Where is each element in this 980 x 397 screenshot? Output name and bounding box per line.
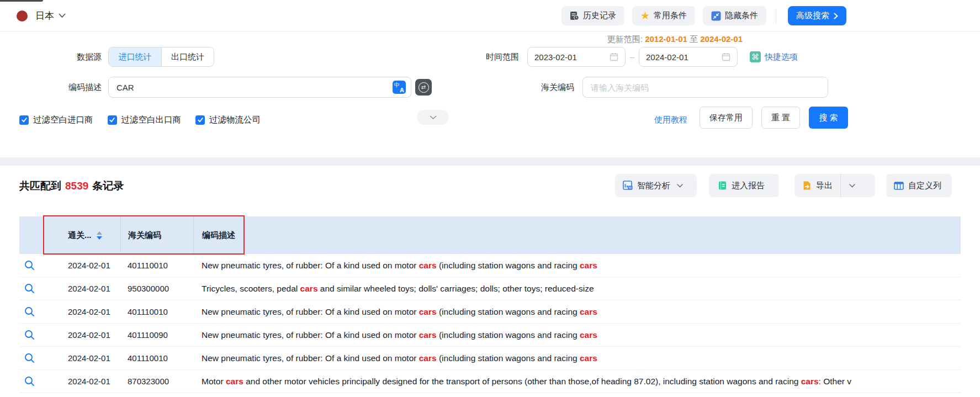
expand-conditions-button[interactable] [417,110,449,125]
table-row: 2024-02-01 950300000 Tricycles, scooters… [19,277,961,300]
custom-columns-button[interactable]: 自定义列 [886,174,952,197]
table-row: 2024-02-01 401110010 New pneumatic tyres… [19,300,961,324]
filter-label: 过滤空白进口商 [33,114,93,126]
divider [776,9,776,23]
clearance-date-cell: 2024-02-01 [61,377,120,386]
magnifier-icon[interactable] [24,376,35,387]
country-selector[interactable]: 日本 [17,0,66,31]
filter-label: 过滤物流公司 [209,114,261,126]
sort-desc-caret [97,236,102,240]
calendar-icon [722,52,730,61]
code-description-cell: New pneumatic tyres, of rubber: Of a kin… [193,307,961,317]
export-dropdown-button[interactable] [841,174,864,197]
table-body: 2024-02-01 401110010 New pneumatic tyres… [19,254,961,393]
highlighted-term: cars [419,330,437,340]
description-text: (including station wagons and racing [437,353,580,363]
smart-analysis-button[interactable]: BI 智能分析 [615,174,697,197]
hs-code-cell: 950300000 [120,284,193,293]
column-title: 海关编码 [128,230,161,241]
topbar: 日本 历史记录 ★ 常用条件 [0,0,980,31]
code-description-cell: Motor cars and other motor vehicles prin… [193,377,961,387]
favorites-label: 常用条件 [654,10,687,21]
history-button[interactable]: 历史记录 [561,6,624,25]
description-text: (including station wagons and racing [437,330,580,340]
magnifier-icon[interactable] [24,306,35,317]
collapse-icon [711,11,721,21]
column-title: 通关... [68,230,92,241]
chevron-right-icon [834,13,838,19]
chevron-down-icon [430,115,437,120]
sort-icon[interactable] [97,231,102,240]
row-actions-cell [19,260,61,271]
code-description-input[interactable] [108,77,411,98]
save-common-button[interactable]: 保存常用 [700,107,753,129]
description-text: New pneumatic tyres, of rubber: Of a kin… [202,307,419,316]
report-notebook-icon [718,181,727,190]
code-description-label: 编码描述 [19,77,102,98]
quick-options-label: 快捷选项 [765,52,798,62]
header-cell-actions [19,216,61,254]
description-text: and similar wheeled toys; dolls' carriag… [318,284,594,293]
results-summary: 共匹配到8539条记录 [19,179,124,193]
description-text: (including station wagons and racing [437,307,580,316]
magnifier-icon[interactable] [24,330,35,340]
checkbox-checked-icon [19,115,29,125]
tab-import-stats[interactable]: 进口统计 [109,47,161,66]
start-date-input[interactable]: 2023-02-01 [527,47,626,67]
column-title: 编码描述 [202,230,235,241]
clearance-date-cell: 2024-02-01 [61,261,120,270]
magnifier-icon[interactable] [24,283,35,294]
clearance-date-cell: 2024-02-01 [61,353,120,363]
start-date-value: 2023-02-01 [534,52,577,62]
search-button[interactable]: 搜 索 [809,107,848,129]
checkbox-checked-icon [195,115,205,125]
table-header: 通关... 海关编码 编码描述 [19,216,961,254]
data-source-label: 数据源 [19,47,102,67]
chevron-down-icon [59,13,66,18]
tutorial-link[interactable]: 使用教程 [654,113,687,127]
export-button-group: 导出 [794,174,875,197]
hide-conditions-button[interactable]: 隐藏条件 [703,6,766,25]
enter-report-button[interactable]: 进入报告 [709,174,779,197]
checkbox-checked-icon [108,115,117,125]
hs-code-cell: 401110010 [120,261,193,270]
row-actions-cell [19,306,61,317]
exchange-button[interactable]: ⇄ [415,79,432,96]
date-range-separator: – [627,47,638,67]
reset-button[interactable]: 重 置 [761,107,800,129]
description-text: and other motor vehicles principally des… [243,377,801,386]
table-row: 2024-02-01 401110010 New pneumatic tyres… [19,254,961,277]
favorites-button[interactable]: ★ 常用条件 [632,6,695,25]
description-text: Tricycles, scooters, pedal [202,284,300,293]
code-description-cell: New pneumatic tyres, of rubber: Of a kin… [193,261,961,271]
magnifier-icon[interactable] [24,260,35,271]
star-icon: ★ [640,10,650,21]
advanced-search-button[interactable]: 高级搜索 [788,6,846,25]
filter-blank-exporter[interactable]: 过滤空白出口商 [108,114,182,126]
export-button[interactable]: 导出 [794,174,840,197]
table-row: 2024-02-01 401110090 New pneumatic tyres… [19,324,961,347]
highlighted-term: cars [226,377,243,386]
description-text: New pneumatic tyres, of rubber: Of a kin… [202,261,419,270]
filter-blank-importer[interactable]: 过滤空白进口商 [19,114,93,126]
row-actions-cell [19,283,61,294]
description-text: New pneumatic tyres, of rubber: Of a kin… [202,353,419,363]
highlighted-term: cars [580,261,597,270]
quick-options-button[interactable]: ⌘ 快捷选项 [750,47,798,67]
customs-code-input[interactable] [582,77,828,98]
clearance-date-cell: 2024-02-01 [61,307,120,316]
filter-logistics-company[interactable]: 过滤物流公司 [195,114,261,126]
country-flag-dot-icon [17,10,28,22]
table-row: 2024-02-01 401110010 New pneumatic tyres… [19,347,961,370]
tab-export-stats[interactable]: 出口统计 [161,47,214,66]
highlighted-term: cars [419,261,437,270]
match-count: 8539 [65,180,88,192]
row-actions-cell [19,330,61,340]
highlighted-term: cars [580,307,597,316]
translate-icon[interactable]: 中 A [393,81,406,94]
search-panel: 更新范围: 2012-01-01 至 2024-02-01 数据源 进口统计 出… [0,32,980,157]
magnifier-icon[interactable] [24,353,35,363]
smart-analysis-label: 智能分析 [637,181,670,191]
end-date-input[interactable]: 2024-02-01 [639,47,738,67]
header-cell-clearance-date[interactable]: 通关... [61,216,120,254]
